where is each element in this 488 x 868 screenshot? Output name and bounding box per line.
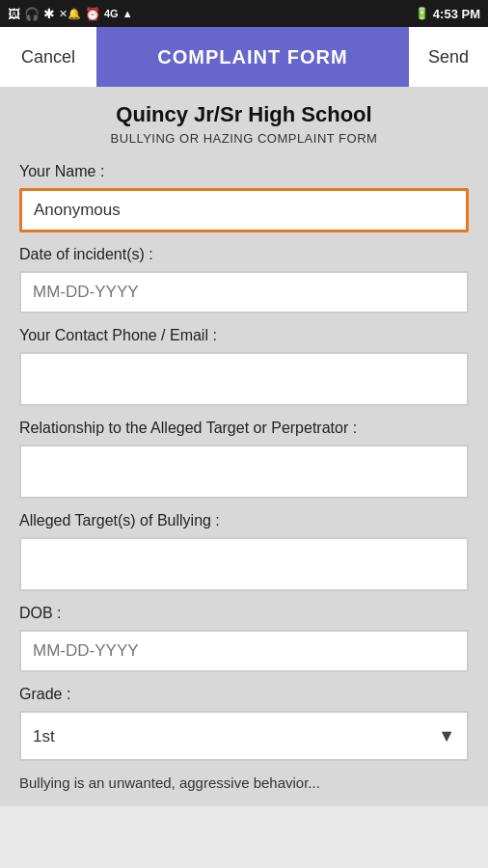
nav-bar: Cancel COMPLAINT FORM Send — [0, 27, 488, 87]
grade-label: Grade : — [19, 686, 469, 703]
page-title: COMPLAINT FORM — [96, 27, 409, 87]
alleged-targets-label: Alleged Target(s) of Bullying : — [19, 512, 469, 529]
form-subtitle: BULLYING OR HAZING COMPLAINT FORM — [19, 131, 469, 146]
status-bar: 🖼 🎧 ✱ ✕🔔 ⏰ 4G ▲ 🔋 4:53 PM — [0, 0, 488, 27]
audio-icon: 🎧 — [24, 7, 40, 21]
status-bar-right: 🔋 4:53 PM — [415, 7, 480, 21]
your-name-input[interactable] — [19, 188, 469, 232]
alleged-targets-input[interactable] — [19, 537, 469, 591]
your-name-label: Your Name : — [19, 163, 469, 180]
form-content: Quincy Jr/Sr High School BULLYING OR HAZ… — [0, 87, 488, 806]
cancel-button[interactable]: Cancel — [0, 27, 96, 87]
signal-icon: ▲ — [122, 8, 133, 19]
bluetooth-icon: ✱ — [43, 6, 55, 21]
battery-icon: 🔋 — [415, 7, 429, 20]
time-display: 4:53 PM — [433, 7, 480, 21]
date-incident-input[interactable] — [19, 271, 469, 313]
contact-input[interactable] — [19, 352, 469, 406]
school-name: Quincy Jr/Sr High School — [19, 102, 469, 127]
relationship-input[interactable] — [19, 445, 469, 499]
status-bar-left: 🖼 🎧 ✱ ✕🔔 ⏰ 4G ▲ — [8, 6, 133, 21]
send-button[interactable]: Send — [409, 27, 488, 87]
grade-select-wrapper: 1st 2nd 3rd 4th 5th 6th 7th 8th 9th 10th… — [19, 711, 469, 761]
alarm-icon: ⏰ — [85, 7, 100, 21]
picture-icon: 🖼 — [8, 7, 20, 21]
dob-input[interactable] — [19, 630, 469, 672]
lte-icon: 4G — [104, 8, 119, 19]
bottom-hint: Bullying is an unwanted, aggressive beha… — [19, 774, 469, 791]
dob-label: DOB : — [19, 605, 469, 622]
mute-icon: ✕🔔 — [59, 8, 81, 20]
date-incident-label: Date of incident(s) : — [19, 246, 469, 263]
contact-label: Your Contact Phone / Email : — [19, 327, 469, 344]
grade-select[interactable]: 1st 2nd 3rd 4th 5th 6th 7th 8th 9th 10th… — [19, 711, 469, 761]
relationship-label: Relationship to the Alleged Target or Pe… — [19, 420, 469, 437]
